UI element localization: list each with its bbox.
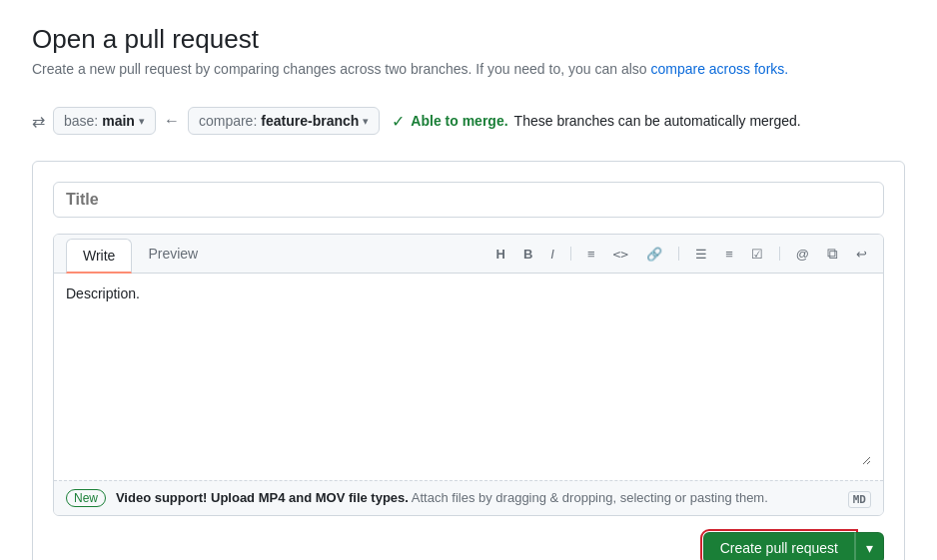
toolbar-undo-icon[interactable]: ↩ (852, 245, 871, 264)
subtitle-text: Create a new pull request by comparing c… (32, 61, 647, 77)
editor-footer-right: MD (848, 490, 871, 506)
footer-announcement-text: Attach files by dragging & dropping, sel… (412, 490, 768, 505)
compare-branch-name: feature-branch (261, 113, 359, 129)
editor-footer: New Video support! Upload MP4 and MOV fi… (54, 480, 883, 515)
page-title: Open a pull request (32, 24, 905, 55)
compare-branch-select[interactable]: compare: feature-branch ▾ (188, 107, 380, 135)
toolbar-tasklist-icon[interactable]: ☑ (747, 245, 767, 264)
toolbar-code-icon[interactable]: <> (609, 245, 633, 264)
tab-write[interactable]: Write (66, 239, 132, 274)
editor-tabs: Write Preview (66, 235, 214, 273)
footer-announcement: Video support! Upload MP4 and MOV file t… (116, 490, 768, 505)
pr-title-input[interactable] (53, 182, 884, 218)
base-branch-select[interactable]: base: main ▾ (53, 107, 156, 135)
base-label: base: (64, 113, 98, 129)
page-subtitle: Create a new pull request by comparing c… (32, 61, 905, 77)
toolbar-bold-icon[interactable]: B (519, 245, 536, 264)
compare-label: compare: (199, 113, 257, 129)
toolbar-unordered-list-icon[interactable]: ☰ (691, 245, 711, 264)
markdown-icon: MD (848, 491, 871, 508)
switch-branches-icon[interactable]: ⇄ (32, 112, 45, 131)
toolbar-heading-icon[interactable]: H (492, 245, 509, 264)
branch-bar: ⇄ base: main ▾ ← compare: feature-branch… (32, 97, 905, 145)
toolbar-italic-icon[interactable]: I (546, 245, 558, 264)
footer-announcement-bold: Video support! Upload MP4 and MOV file t… (116, 490, 409, 505)
compare-forks-link[interactable]: compare across forks. (650, 61, 788, 77)
base-branch-name: main (102, 113, 135, 129)
create-pull-request-dropdown-button[interactable]: ▾ (855, 532, 884, 560)
toolbar-reference-icon[interactable]: ⧉ (823, 243, 842, 265)
editor-tabs-row: Write Preview H B I ≡ <> 🔗 ☰ ≡ ☑ @ ⧉ ↩ (54, 235, 883, 274)
base-branch-chevron-icon: ▾ (139, 115, 145, 128)
merge-status: ✓ Able to merge. These branches can be a… (392, 112, 800, 131)
toolbar-link-icon[interactable]: 🔗 (642, 245, 666, 264)
pr-description-textarea[interactable] (66, 285, 871, 465)
toolbar-mention-icon[interactable]: @ (792, 245, 813, 264)
new-badge: New (66, 489, 106, 507)
merge-status-text: These branches can be automatically merg… (514, 113, 801, 129)
form-actions: Create pull request ▾ (53, 532, 884, 560)
editor-footer-left: New Video support! Upload MP4 and MOV fi… (66, 489, 768, 507)
create-pull-request-button[interactable]: Create pull request (703, 532, 855, 560)
toolbar-quote-icon[interactable]: ≡ (583, 245, 599, 264)
tab-preview[interactable]: Preview (132, 235, 214, 274)
editor-toolbar: H B I ≡ <> 🔗 ☰ ≡ ☑ @ ⧉ ↩ (492, 243, 871, 265)
merge-able-text: Able to merge. (411, 113, 507, 129)
editor-container: Write Preview H B I ≡ <> 🔗 ☰ ≡ ☑ @ ⧉ ↩ (53, 234, 884, 516)
editor-body (54, 274, 883, 480)
compare-branch-chevron-icon: ▾ (363, 115, 369, 128)
merge-check-icon: ✓ (392, 112, 405, 131)
toolbar-ordered-list-icon[interactable]: ≡ (721, 245, 737, 264)
toolbar-separator-3 (779, 247, 780, 261)
toolbar-separator-1 (570, 247, 571, 261)
pull-request-form: Write Preview H B I ≡ <> 🔗 ☰ ≡ ☑ @ ⧉ ↩ (32, 161, 905, 560)
dropdown-arrow-icon: ▾ (866, 540, 873, 556)
direction-arrow-icon: ← (164, 112, 180, 130)
toolbar-separator-2 (678, 247, 679, 261)
